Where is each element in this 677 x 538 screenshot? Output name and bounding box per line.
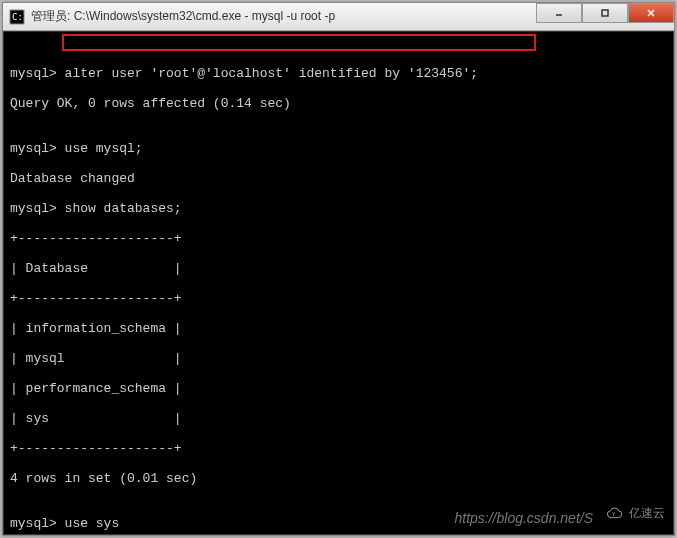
terminal-line: 4 rows in set (0.01 sec) xyxy=(10,471,667,486)
terminal-line: mysql> use mysql; xyxy=(10,141,667,156)
watermark-url: https://blog.csdn.net/S xyxy=(454,511,593,526)
window-title: 管理员: C:\Windows\system32\cmd.exe - mysql… xyxy=(31,8,536,25)
terminal-line: | sys | xyxy=(10,411,667,426)
terminal-line: +--------------------+ xyxy=(10,231,667,246)
terminal-line: | Database | xyxy=(10,261,667,276)
terminal-area[interactable]: mysql> alter user 'root'@'localhost' ide… xyxy=(3,31,674,535)
svg-text:Y: Y xyxy=(612,512,615,517)
terminal-line: Query OK, 0 rows affected (0.14 sec) xyxy=(10,96,667,111)
svg-rect-3 xyxy=(602,10,608,16)
svg-text:C:: C: xyxy=(12,12,23,22)
cmd-icon: C: xyxy=(9,9,25,25)
highlight-annotation xyxy=(62,34,536,51)
window-controls xyxy=(536,3,674,30)
titlebar[interactable]: C: 管理员: C:\Windows\system32\cmd.exe - my… xyxy=(3,3,674,31)
terminal-line: mysql> alter user 'root'@'localhost' ide… xyxy=(10,66,667,81)
terminal-line: mysql> show databases; xyxy=(10,201,667,216)
minimize-button[interactable] xyxy=(536,3,582,23)
maximize-button[interactable] xyxy=(582,3,628,23)
terminal-line: Database changed xyxy=(10,171,667,186)
cloud-icon: Y xyxy=(605,504,629,524)
terminal-line: | mysql | xyxy=(10,351,667,366)
terminal-line: +--------------------+ xyxy=(10,441,667,456)
watermark-logo: Y 亿速云 xyxy=(605,500,665,528)
terminal-line: +--------------------+ xyxy=(10,291,667,306)
terminal-line: | performance_schema | xyxy=(10,381,667,396)
terminal-line: | information_schema | xyxy=(10,321,667,336)
watermark-text: 亿速云 xyxy=(629,507,665,522)
cmd-window: C: 管理员: C:\Windows\system32\cmd.exe - my… xyxy=(2,2,675,536)
close-button[interactable] xyxy=(628,3,674,23)
